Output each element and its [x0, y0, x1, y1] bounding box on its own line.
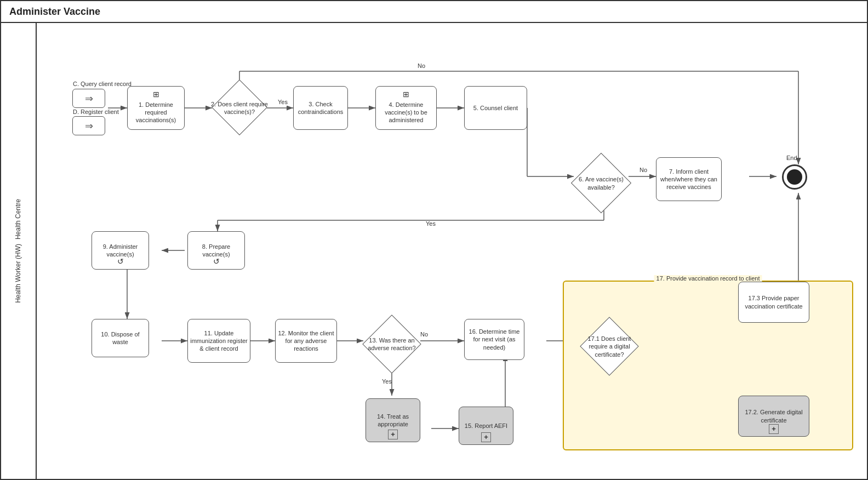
- node-16-label: 16. Determine time for next visit (as ne…: [467, 328, 522, 351]
- node-6-container: 6. Are vaccine(s) available?: [571, 157, 631, 209]
- node-2-text: 2. Does client require vaccine(s)?: [211, 83, 268, 133]
- label-c: C. Query client record: [73, 81, 132, 87]
- node-172: 17.2. Generate digital certificate +: [738, 396, 809, 437]
- node-6-label: 6. Are vaccine(s) available?: [571, 175, 631, 191]
- node-173: 17.3 Provide paper vaccination certifica…: [738, 282, 809, 323]
- side-label-text2: Health Worker (HW): [14, 244, 23, 303]
- node-1: ⊞ 1. Determine required vaccinations(s): [127, 86, 185, 130]
- node-5-label: 5. Counsel client: [473, 104, 518, 112]
- node-7-label: 7. Inform client when/where they can rec…: [659, 168, 719, 191]
- table-icon-1: ⊞: [153, 89, 159, 99]
- subprocess-icon-14: +: [388, 430, 398, 439]
- label-yes-2-3: Yes: [278, 99, 288, 105]
- node-10-label: 10. Dispose of waste: [94, 330, 146, 346]
- loop-icon-9: ↺: [117, 256, 124, 266]
- node-3-label: 3. Check contraindications: [296, 100, 345, 116]
- label-no-13-16: No: [420, 331, 428, 338]
- node-2-container: 2. Does client require vaccine(s)?: [211, 83, 268, 133]
- node-11: 11. Update immunization register & clien…: [187, 319, 250, 363]
- node-12: 12. Monitor the client for any adverse r…: [275, 319, 337, 363]
- end-circle: [782, 164, 807, 190]
- title-bar: Administer Vaccine: [1, 1, 867, 23]
- end-circle-inner: [787, 169, 802, 185]
- node-14: 14. Treat as appropriate +: [366, 398, 420, 442]
- node-13-container: 13. Was there an adverse reaction?: [362, 319, 421, 369]
- node-2-label: 2. Does client require vaccine(s)?: [211, 100, 268, 116]
- start-arrow-d: ⇒: [72, 116, 105, 135]
- node-17-title: 17. Provide vaccination record to client: [654, 275, 762, 282]
- node-6-text: 6. Are vaccine(s) available?: [571, 157, 631, 209]
- node-11-label: 11. Update immunization register & clien…: [190, 329, 248, 353]
- table-icon-4: ⊞: [403, 89, 409, 99]
- node-10: 10. Dispose of waste: [92, 319, 149, 357]
- side-label: Health Centre Health Worker (HW): [1, 23, 37, 479]
- node-12-label: 12. Monitor the client for any adverse r…: [278, 329, 334, 353]
- start-arrow-c: ⇒: [72, 89, 105, 108]
- side-label-text1: Health Centre: [14, 199, 23, 239]
- node-14-label: 14. Treat as appropriate: [368, 413, 418, 428]
- node-13-label: 13. Was there an adverse reaction?: [362, 336, 421, 352]
- diagram-area: Yes No Yes No Yes No Yes No ⇒ C. Query c…: [37, 23, 867, 479]
- label-yes-13-14: Yes: [382, 378, 392, 385]
- node-9: 9. Administer vaccine(s) ↺: [92, 231, 149, 270]
- end-label: End: [786, 155, 797, 161]
- node-172-label: 17.2. Generate digital certificate: [741, 408, 807, 424]
- label-d: D. Register client: [73, 108, 119, 115]
- end-container: End: [782, 164, 807, 190]
- diagram-title: Administer Vaccine: [9, 6, 100, 18]
- subprocess-icon-172: +: [769, 424, 779, 434]
- node-15: 15. Report AEFI +: [459, 407, 513, 445]
- node-7: 7. Inform client when/where they can rec…: [656, 157, 722, 201]
- label-no-2-top: No: [418, 62, 425, 69]
- node-13-text: 13. Was there an adverse reaction?: [362, 319, 421, 369]
- main-container: Administer Vaccine Health Centre Health …: [0, 0, 868, 480]
- node-16: 16. Determine time for next visit (as ne…: [464, 319, 524, 360]
- node-4: ⊞ 4. Determine vaccine(s) to be administ…: [375, 86, 437, 130]
- node-5: 5. Counsel client: [464, 86, 527, 130]
- node-15-label: 15. Report AEFI: [465, 422, 507, 430]
- node-171-container: 17.1 Does client require a digital certi…: [579, 321, 639, 373]
- label-yes-6-8: Yes: [426, 220, 436, 227]
- label-no-6-7: No: [639, 167, 647, 173]
- node-8: 8. Prepare vaccine(s) ↺: [187, 231, 245, 270]
- node-3: 3. Check contraindications: [293, 86, 348, 130]
- node-173-label: 17.3 Provide paper vaccination certifica…: [741, 294, 807, 310]
- node-171-text: 17.1 Does client require a digital certi…: [579, 321, 639, 373]
- subprocess-icon-15: +: [481, 432, 491, 442]
- node-171-label: 17.1 Does client require a digital certi…: [579, 335, 639, 358]
- loop-icon-8: ↺: [213, 256, 220, 266]
